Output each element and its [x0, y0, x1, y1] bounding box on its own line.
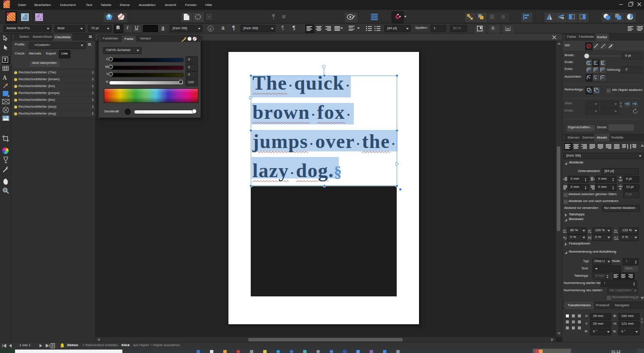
- svg-text:AV: AV: [614, 229, 618, 232]
- svg-text:AV: AV: [563, 229, 567, 232]
- svg-text:Z: Z: [617, 235, 619, 239]
- svg-text:Z: Z: [590, 236, 592, 240]
- svg-text:Z: Z: [565, 236, 567, 240]
- svg-text:AV: AV: [588, 229, 592, 232]
- svg-text:a: a: [210, 27, 212, 31]
